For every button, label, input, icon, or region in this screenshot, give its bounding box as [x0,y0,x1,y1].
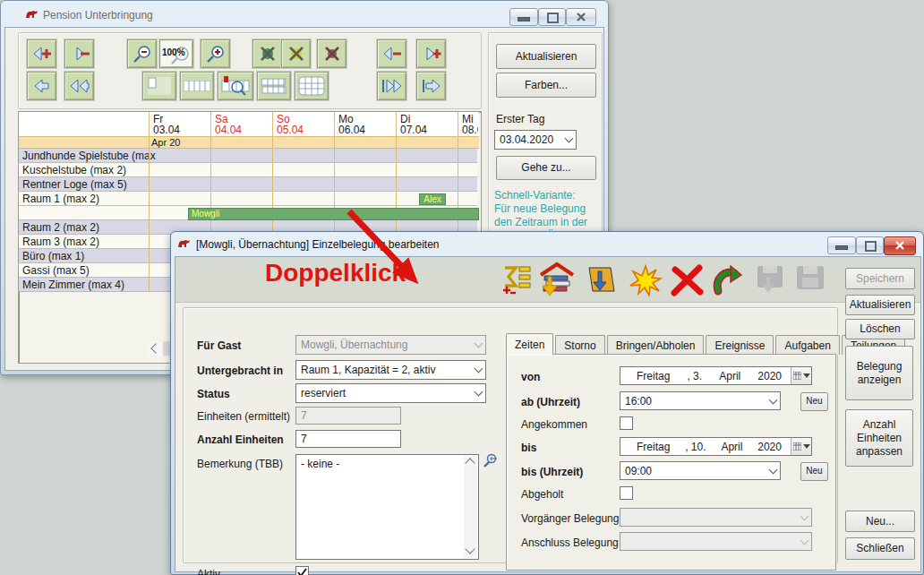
picked-up-checkbox[interactable] [620,486,633,500]
status-select[interactable]: reserviert [295,383,486,403]
delete-x-icon[interactable] [670,264,706,299]
to-label: bis [521,442,536,454]
room-label: Jundhunde Spielstube (max [22,150,157,162]
tab-storno[interactable]: Storno [555,335,604,355]
add-after-button[interactable] [416,39,446,68]
dialog-refresh-button[interactable]: Aktualisieren [845,295,915,315]
magnifier-plus-icon[interactable] [483,453,498,471]
add-before-button[interactable] [27,39,56,68]
refresh-button[interactable]: Aktualisieren [496,44,596,69]
scroll-left-icon [150,343,160,353]
show-occupancy-button[interactable]: Belegung anzeigen [845,346,913,400]
chevron-down-icon [766,462,780,479]
tab-aufgaben[interactable]: Aufgaben [775,335,839,355]
new-burst-icon[interactable] [629,264,663,299]
chevron-down-icon [471,336,485,354]
find-date-button[interactable] [218,72,253,100]
status-label: Status [197,388,230,400]
sum-icon[interactable] [500,262,532,299]
first-day-value: 03.04.2020 [500,133,561,146]
room-row[interactable]: Kuschelstube (max 2) [19,163,477,177]
from-time-select[interactable]: 16:00 [620,391,781,410]
room-row[interactable]: Jundhunde Spielstube (max [19,149,477,163]
zoom-out-button[interactable] [127,39,157,68]
remove-front-button[interactable] [64,39,94,68]
remove-front-icon [69,46,90,62]
to-time-select[interactable]: 09:00 [620,461,781,480]
delete-button[interactable]: Löschen [845,319,915,339]
remove-back-button[interactable] [377,39,406,68]
from-time-new-button[interactable]: Neu [800,392,828,411]
adjust-units-button[interactable]: Anzahl Einheiten anpassen [845,409,913,467]
undo-icon[interactable] [711,264,747,299]
zoom-100-button[interactable]: 100% [159,39,193,68]
first-day-select[interactable]: 03.04.2020 [494,130,577,150]
room-row[interactable]: Rentner Loge (max 5) [19,177,477,192]
folder-export-icon[interactable] [584,264,618,299]
jump-left-button[interactable] [64,72,94,100]
date-num: , 10. [685,441,706,453]
from-date-picker[interactable]: Freitag , 3. April 2020 [620,366,812,385]
to-time-new-button[interactable]: Neu [800,462,828,481]
to-time-value: 09:00 [625,465,766,477]
month-grid-icon [298,76,325,96]
day-date: 04.04 [215,124,242,136]
dialog-maximize-button[interactable] [856,236,884,254]
date-day: Freitag [637,370,670,382]
dialog-minimize-button[interactable] [827,236,856,254]
zoom-out-icon [133,45,152,63]
dialog-client-area: Doppelklick Für Gast Mowgli [175,256,921,572]
units-detected-value: 7 [301,409,307,422]
room-select[interactable]: Raum 1, Kapazität = 2, aktiv [295,360,486,380]
room-row[interactable]: Raum 1 (max 2) [19,192,477,206]
dialog-close-button[interactable] [884,236,916,255]
home-archive-icon[interactable] [537,261,577,301]
guest-label: Für Gast [197,339,241,352]
calendar-dropdown-icon[interactable] [791,367,811,384]
picked-up-label: Abgeholt [521,488,563,501]
jump-left-icon [69,79,90,93]
active-checkbox[interactable] [295,566,309,575]
step-right-button[interactable] [416,72,446,100]
to-date-picker[interactable]: Freitag , 10. April 2020 [620,437,812,456]
month-grid-button[interactable] [295,72,329,100]
marker-green-button[interactable] [252,39,282,68]
multi-week-button[interactable] [257,72,291,100]
booking-alex[interactable]: Alex [419,193,446,205]
new-button[interactable]: Neu... [845,511,915,532]
remark-scrollbar[interactable] [464,456,477,558]
to-time-label: bis (Uhrzeit) [521,466,583,478]
room-label: Raum 3 (max 2) [22,236,157,248]
zoom-in-button[interactable] [201,39,230,68]
colors-button[interactable]: Farben... [496,73,596,98]
arrived-checkbox[interactable] [620,416,633,430]
step-left-button[interactable] [27,72,56,100]
week-strip-button[interactable] [180,72,214,100]
goto-button[interactable]: Gehe zu... [496,156,596,180]
close-button[interactable] [566,8,596,26]
dialog-close-action-button[interactable]: Schließen [845,537,915,560]
marker-yellow-button[interactable] [281,39,311,68]
maximize-button[interactable] [538,8,566,26]
scroll-left-button[interactable] [147,341,162,356]
day-view-button[interactable] [142,72,176,100]
calendar-dropdown-icon[interactable] [791,438,811,455]
arrived-label: Angekommen [521,418,587,431]
booking-mowgli[interactable]: Mowgli [188,208,479,220]
day-view-icon [147,76,172,96]
tab-bringen-abholen[interactable]: Bringen/Abholen [607,335,705,355]
close-icon [567,9,595,25]
remark-value: - keine - [301,458,339,470]
units-value: 7 [301,433,307,445]
jump-right-button[interactable] [377,72,406,100]
scroll-down-icon [465,544,475,554]
units-field[interactable]: 7 [295,430,401,448]
tab-zeiten[interactable]: Zeiten [506,333,553,355]
tab-ereignisse[interactable]: Ereignisse [706,335,774,355]
step-right-icon [422,79,441,93]
save-button[interactable]: Speichern [845,268,915,289]
minimize-button[interactable] [509,8,538,26]
remark-textarea[interactable]: - keine - [295,454,479,560]
date-day: Freitag [637,441,670,453]
marker-red-button[interactable] [317,39,346,68]
